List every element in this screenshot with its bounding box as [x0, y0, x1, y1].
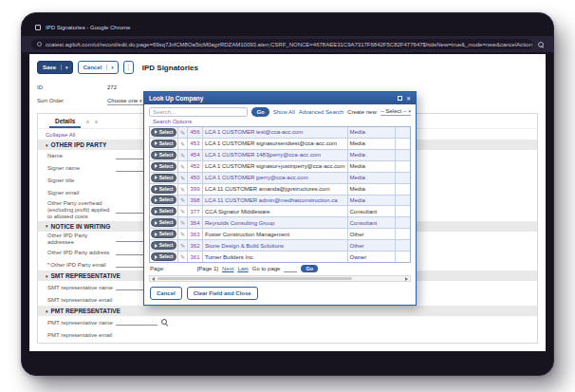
company-id-cell[interactable]: 364	[188, 217, 203, 228]
table-row[interactable]: Select✎377CCA Signatur MiddlewareConsult…	[150, 206, 411, 217]
edit-pencil-icon[interactable]: ✎	[180, 140, 185, 147]
edit-pencil-icon[interactable]: ✎	[180, 129, 185, 136]
company-type-cell[interactable]: Media	[348, 139, 396, 149]
advanced-search-link[interactable]: Advanced Search	[299, 109, 343, 115]
table-row[interactable]: Select✎456LCA 1 CUSTOMER test@cca-acc.co…	[150, 127, 411, 139]
select-button[interactable]: Select	[151, 162, 177, 171]
company-search-input[interactable]	[149, 107, 248, 117]
search-options-link[interactable]: Search Options	[153, 119, 416, 124]
edit-pencil-icon[interactable]: ✎	[180, 152, 185, 159]
select-button[interactable]: Select	[151, 218, 177, 227]
company-name-cell[interactable]: Turner Builders Inc.	[203, 252, 348, 262]
edit-pencil-icon[interactable]: ✎	[180, 242, 185, 249]
select-button[interactable]: Select	[151, 196, 177, 204]
goto-page-go-button[interactable]: Go	[301, 265, 318, 272]
table-row[interactable]: Select✎450LCA 1 CUSTOMER jperry@cca-acc.…	[150, 173, 411, 184]
company-name-cell[interactable]: Foster Construction Management	[203, 229, 348, 239]
edit-pencil-icon[interactable]: ✎	[180, 196, 185, 203]
company-type-cell[interactable]: Media	[348, 161, 396, 172]
save-dropdown-icon[interactable]: ▾	[61, 65, 72, 70]
table-row[interactable]: Select✎361Turner Builders Inc.Owner	[150, 252, 411, 262]
horizontal-scroll-thumb[interactable]	[158, 277, 352, 280]
table-row[interactable]: Select✎398LCA 11 CUSTOMER admin@medhatco…	[150, 196, 411, 207]
edit-pencil-icon[interactable]: ✎	[180, 163, 185, 170]
select-button[interactable]: Select	[151, 174, 177, 182]
company-name-cell[interactable]: LCA 1 CUSTOMER signasur+justinperry@cca-…	[203, 161, 348, 172]
select-button[interactable]: Select	[151, 252, 177, 261]
company-type-cell[interactable]: Media	[348, 184, 396, 195]
field-input-pmt-representative-name[interactable]	[116, 319, 158, 326]
company-id-cell[interactable]: 452	[188, 161, 203, 172]
select-button[interactable]: Select	[151, 230, 177, 238]
company-name-cell[interactable]: LCA 1 CUSTOMER signasursendtest@cca-acc.…	[203, 139, 348, 149]
table-row[interactable]: Select✎454LCA 1 CUSTOMER 1483jperry@cca-…	[150, 150, 411, 161]
company-id-cell[interactable]: 377	[188, 206, 203, 216]
modal-titlebar[interactable]: Look Up Company ✕	[144, 92, 416, 104]
goto-page-input[interactable]	[284, 265, 297, 272]
edit-pencil-icon[interactable]: ✎	[180, 231, 185, 237]
company-name-cell[interactable]: LCA 11 CUSTOMER admin@medhatconstruction…	[203, 196, 348, 206]
browser-url-bar[interactable]: ccatest.agiloft.com/ui/record/edit.do;pa…	[22, 36, 553, 52]
address-field[interactable]: ccatest.agiloft.com/ui/record/edit.do;pa…	[31, 39, 532, 49]
company-type-cell[interactable]: Consultant	[348, 217, 396, 228]
company-id-cell[interactable]: 450	[188, 173, 203, 183]
last-page-link[interactable]: Last	[237, 266, 248, 271]
edit-pencil-icon[interactable]: ✎	[180, 219, 185, 226]
tab-details[interactable]: Details	[49, 115, 81, 128]
select-button[interactable]: Select	[151, 128, 177, 137]
next-page-link[interactable]: Next	[222, 266, 233, 271]
company-type-cell[interactable]: Media	[348, 127, 396, 138]
company-name-cell[interactable]: Stone Design & Build Solutions	[203, 240, 348, 251]
table-row[interactable]: Select✎399LCA 11 CUSTOMER amanda@jgvstru…	[150, 184, 411, 196]
site-info-icon[interactable]	[37, 42, 42, 47]
table-row[interactable]: Select✎362Stone Design & Build Solutions…	[150, 240, 411, 252]
company-type-cell[interactable]: Other	[348, 240, 396, 251]
table-row[interactable]: Select✎364Reynolds Consulting GroupConsu…	[150, 217, 411, 229]
close-icon[interactable]: ✕	[406, 95, 411, 102]
company-id-cell[interactable]: 453	[188, 139, 203, 149]
create-new-select[interactable]: -- Select -- ▾	[380, 108, 411, 116]
section-header-pmt-representative[interactable]: ▾PMT REPRESENTATIVE	[38, 306, 537, 316]
company-type-cell[interactable]: Owner	[348, 252, 396, 262]
horizontal-scrollbar[interactable]	[149, 275, 411, 282]
table-row[interactable]: Select✎453LCA 1 CUSTOMER signasursendtes…	[150, 139, 411, 150]
company-type-cell[interactable]: Media	[348, 196, 396, 206]
modal-cancel-button[interactable]: Cancel	[150, 287, 182, 300]
select-button[interactable]: Select	[151, 185, 177, 194]
more-actions-button[interactable]: ⋮	[123, 61, 134, 74]
company-type-cell[interactable]: Other	[348, 229, 396, 239]
company-id-cell[interactable]: 398	[188, 196, 203, 206]
cancel-dropdown-icon[interactable]: ▾	[106, 65, 118, 70]
company-id-cell[interactable]: 456	[188, 127, 203, 138]
company-id-cell[interactable]: 399	[188, 184, 203, 195]
company-name-cell[interactable]: LCA 1 CUSTOMER jperry@cca-acc.com	[203, 173, 348, 183]
scroll-left-icon[interactable]	[152, 277, 155, 281]
table-row[interactable]: Select✎452LCA 1 CUSTOMER signasur+justin…	[150, 161, 411, 173]
search-go-button[interactable]: Go	[251, 107, 269, 117]
company-id-cell[interactable]: 361	[188, 252, 203, 262]
scroll-right-icon[interactable]	[405, 277, 408, 281]
company-type-cell[interactable]: Media	[348, 150, 396, 160]
edit-pencil-icon[interactable]: ✎	[180, 186, 185, 193]
company-type-cell[interactable]: Consultant	[348, 206, 396, 216]
edit-pencil-icon[interactable]: ✎	[180, 175, 185, 181]
select-button[interactable]: Select	[151, 241, 177, 250]
company-id-cell[interactable]: 454	[188, 150, 203, 160]
company-name-cell[interactable]: LCA 11 CUSTOMER amanda@jgvstructures.com	[203, 184, 348, 195]
edit-pencil-icon[interactable]: ✎	[180, 253, 185, 260]
company-id-cell[interactable]: 363	[188, 229, 203, 239]
edit-pencil-icon[interactable]: ✎	[180, 208, 185, 215]
search-icon[interactable]	[538, 42, 544, 47]
lookup-search-icon[interactable]	[161, 319, 168, 326]
save-button[interactable]: Save ▾	[37, 61, 73, 74]
company-name-cell[interactable]: Reynolds Consulting Group	[203, 217, 348, 228]
maximize-icon[interactable]	[398, 96, 402, 101]
table-row[interactable]: Select✎363Foster Construction Management…	[150, 229, 411, 240]
company-name-cell[interactable]: LCA 1 CUSTOMER test@cca-acc.com	[203, 127, 348, 138]
select-button[interactable]: Select	[151, 140, 177, 148]
company-name-cell[interactable]: CCA Signatur Middleware	[203, 206, 348, 216]
clear-field-and-close-button[interactable]: Clear Field and Close	[187, 287, 258, 300]
sort-order-select[interactable]: Choose one ▾	[107, 98, 144, 105]
company-type-cell[interactable]: Media	[348, 173, 396, 183]
select-button[interactable]: Select	[151, 151, 177, 159]
